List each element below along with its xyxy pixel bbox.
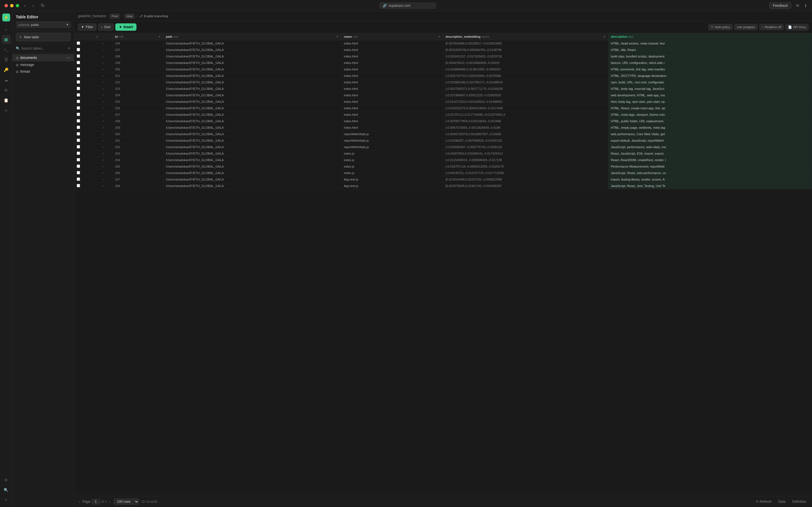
row-embedding-cell[interactable]: [-0.032885186,0.015786171,-0.0218861€ (443, 79, 608, 86)
row-name-cell[interactable]: index.js (342, 170, 443, 176)
row-checkbox-input[interactable] (77, 106, 80, 110)
row-embedding-cell[interactable]: [-0.015041157,-0.017625602,-0.023373£ (443, 53, 608, 60)
table-row[interactable]: ⤢ 247 /Users/shadokan87/ETH_GLOBAL_GALA … (74, 47, 812, 53)
row-embedding-cell[interactable]: [-0.0126458015,-0.009908426,-0.017195 (443, 157, 608, 163)
row-description-cell[interactable]: HTML, body tag, noscript tag, JavaScri (608, 86, 812, 92)
row-checkbox-input[interactable] (77, 152, 80, 155)
row-expand-cell[interactable]: ⤢ (94, 66, 113, 73)
row-checkbox-cell[interactable] (74, 118, 94, 124)
row-description-cell[interactable]: HTML, head section, meta charset, favi (608, 40, 812, 47)
row-expand-cell[interactable]: ⤢ (94, 60, 113, 66)
row-embedding-cell[interactable]: [-0.010884986,0.013814305,-0.030925† (443, 66, 608, 73)
th-description[interactable]: description text (608, 33, 812, 40)
row-name-cell[interactable]: index.html (342, 40, 443, 47)
row-checkbox-cell[interactable] (74, 86, 94, 92)
row-checkbox-input[interactable] (77, 41, 80, 45)
row-name-cell[interactable]: index.js (342, 163, 443, 170)
row-description-cell[interactable]: import, testing-library, render, screen,… (608, 176, 812, 183)
row-path-cell[interactable]: /Users/shadokan87/ETH_GLOBAL_GALA (163, 151, 342, 157)
next-page-button[interactable]: › (108, 499, 112, 504)
row-checkbox-input[interactable] (77, 171, 80, 174)
enable-branching-button[interactable]: ⎇ Enable branching (139, 14, 168, 18)
row-path-cell[interactable]: /Users/shadokan87/ETH_GLOBAL_GALA (163, 176, 342, 183)
row-path-cell[interactable]: /Users/shadokan87/ETH_GLOBAL_GALA (163, 137, 342, 144)
close-button[interactable] (4, 4, 8, 7)
nav-home[interactable]: ⌂ (2, 25, 11, 34)
row-expand-cell[interactable]: ⤢ (94, 144, 113, 151)
row-description-cell[interactable]: React, ReactDOM, createRoot, render, I (608, 157, 812, 163)
row-id-cell[interactable]: 258 (112, 118, 163, 124)
branch-select[interactable]: okay (124, 13, 135, 18)
search-input[interactable] (21, 47, 66, 50)
row-name-cell[interactable]: index.html (342, 60, 443, 66)
row-name-cell[interactable]: index.html (342, 47, 443, 53)
row-path-cell[interactable]: /Users/shadokan87/ETH_GLOBAL_GALA (163, 73, 342, 79)
row-id-cell[interactable]: 249 (112, 60, 163, 66)
nav-auth[interactable]: 🔑 (2, 65, 11, 74)
row-checkbox-input[interactable] (77, 145, 80, 149)
row-embedding-cell[interactable]: [-0.01787111,0.017718496,-0.012575401,0 (443, 112, 608, 118)
row-id-cell[interactable]: 252 (112, 79, 163, 86)
nav-database[interactable]: 🗄 (2, 55, 11, 64)
row-name-cell[interactable]: App.test.js (342, 183, 443, 189)
row-path-cell[interactable]: /Users/shadokan87/ETH_GLOBAL_GALA (163, 112, 342, 118)
row-embedding-cell[interactable]: [0.013016448,0.02237202,-0.009822598 (443, 176, 608, 183)
table-row[interactable]: ⤢ 256 /Users/shadokan87/ETH_GLOBAL_GALA … (74, 105, 812, 112)
row-checkbox-input[interactable] (77, 67, 80, 71)
row-description-cell[interactable]: HTML, public folder, URL replacement, (608, 118, 812, 124)
row-description-cell[interactable]: web development, HTML, web app, ma (608, 92, 812, 99)
row-description-cell[interactable]: JavaScript, React, web-performance, co (608, 170, 812, 176)
row-expand-cell[interactable]: ⤢ (94, 112, 113, 118)
table-item-thread[interactable]: ▦ thread (12, 68, 74, 75)
url-bar[interactable]: 🔗 supabase.com (379, 3, 436, 9)
row-checkbox-cell[interactable] (74, 60, 94, 66)
row-checkbox-cell[interactable] (74, 163, 94, 170)
row-expand-cell[interactable]: ⤢ (94, 131, 113, 137)
row-expand-cell[interactable]: ⤢ (94, 157, 113, 163)
row-description-cell[interactable]: JavaScript, React, Jest, Testing, Unit T… (608, 183, 812, 189)
row-checkbox-input[interactable] (77, 48, 80, 51)
prev-page-button[interactable]: ‹ (78, 499, 82, 504)
row-checkbox-input[interactable] (77, 158, 80, 161)
nav-functions[interactable]: ⚙ (2, 86, 11, 95)
row-expand-cell[interactable]: ⤢ (94, 183, 113, 189)
table-row[interactable]: ⤢ 251 /Users/shadokan87/ETH_GLOBAL_GALA … (74, 73, 812, 79)
nav-search[interactable]: 🔍 (2, 486, 11, 495)
table-row[interactable]: ⤢ 246 /Users/shadokan87/ETH_GLOBAL_GALA … (74, 40, 812, 47)
row-name-cell[interactable]: reportWebVitals.js (342, 144, 443, 151)
filter-button[interactable]: ▼ Filter (78, 23, 96, 31)
row-checkbox-input[interactable] (77, 132, 80, 135)
row-id-cell[interactable]: 251 (112, 73, 163, 79)
row-checkbox-input[interactable] (77, 93, 80, 97)
row-checkbox-input[interactable] (77, 61, 80, 64)
row-checkbox-cell[interactable] (74, 131, 94, 137)
row-id-cell[interactable]: 265 (112, 163, 163, 170)
row-id-cell[interactable]: 255 (112, 99, 163, 105)
table-row[interactable]: ⤢ 250 /Users/shadokan87/ETH_GLOBAL_GALA … (74, 66, 812, 73)
api-docs-button[interactable]: 📄 API Docs (785, 24, 809, 31)
rows-select[interactable]: 100 rows 500 rows 1000 rows (114, 499, 139, 505)
table-row[interactable]: ⤢ 268 /Users/shadokan87/ETH_GLOBAL_GALA … (74, 183, 812, 189)
table-row[interactable]: ⤢ 260 /Users/shadokan87/ETH_GLOBAL_GALA … (74, 131, 812, 137)
row-expand-cell[interactable]: ⤢ (94, 124, 113, 131)
row-description-cell[interactable]: web performance, Core Web Vitals, get (608, 131, 812, 137)
row-checkbox-input[interactable] (77, 100, 80, 103)
row-name-cell[interactable]: index.html (342, 66, 443, 73)
row-expand-cell[interactable]: ⤢ (94, 47, 113, 53)
row-checkbox-cell[interactable] (74, 176, 94, 183)
feedback-button[interactable]: Feedback (769, 2, 792, 9)
nav-table-editor[interactable]: ▦ (2, 35, 11, 44)
row-description-cell[interactable]: html, body tag, npm start, yarn start, n… (608, 99, 812, 105)
nav-logs[interactable]: 📋 (2, 96, 11, 105)
table-row[interactable]: ⤢ 257 /Users/shadokan87/ETH_GLOBAL_GALA … (74, 112, 812, 118)
definition-button[interactable]: Definition (790, 499, 809, 505)
back-button[interactable]: ‹ (22, 3, 28, 9)
row-id-cell[interactable]: 247 (112, 47, 163, 53)
info-icon-button[interactable]: ℹ (804, 2, 808, 9)
row-id-cell[interactable]: 257 (112, 112, 163, 118)
row-embedding-cell[interactable]: [0.023079695,0.01951742,-0.004356387 (443, 183, 608, 189)
row-name-cell[interactable]: reportWebVitals.js (342, 131, 443, 137)
insert-button[interactable]: ▼ Insert (115, 23, 137, 31)
row-checkbox-cell[interactable] (74, 73, 94, 79)
table-row[interactable]: ⤢ 263 /Users/shadokan87/ETH_GLOBAL_GALA … (74, 151, 812, 157)
